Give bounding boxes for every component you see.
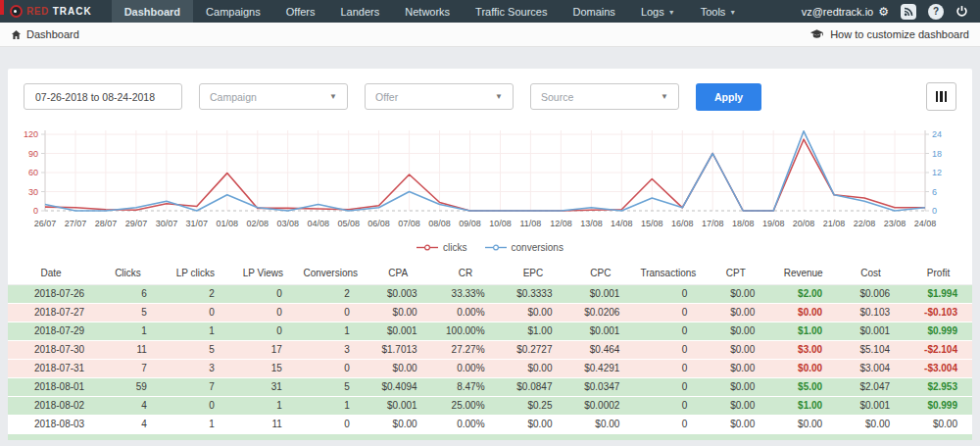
cell-epc: $0.00: [500, 303, 567, 322]
power-icon[interactable]: [956, 5, 968, 18]
svg-text:14/08: 14/08: [611, 219, 633, 228]
cell-cost: $0.103: [837, 303, 905, 322]
nav-item-offers[interactable]: Offers: [273, 0, 328, 23]
breadcrumb-bar: Dashboard How to customize dashboard: [0, 23, 980, 47]
help-icon[interactable]: ?: [928, 4, 944, 20]
campaign-select[interactable]: Campaign ▼: [199, 83, 348, 110]
svg-text:90: 90: [28, 149, 38, 159]
chevron-down-icon: ▼: [668, 9, 675, 16]
navbar-right: vz@redtrack.io ⚙ ?: [802, 4, 980, 20]
svg-text:30: 30: [28, 187, 38, 197]
cell-profit: $0.00: [905, 415, 972, 433]
cell-epc: $0.2727: [500, 340, 567, 359]
cell-conversions: 0: [297, 303, 365, 322]
nav-item-tools[interactable]: Tools▼: [688, 0, 750, 23]
cell-epc: $0.00: [500, 415, 567, 433]
cell-revenue: $5.00: [769, 377, 837, 396]
offer-select-placeholder: Offer: [375, 91, 398, 103]
cell-cr: 0.00%: [432, 415, 500, 433]
brand-logo[interactable]: REDTRACK: [0, 5, 112, 18]
chevron-down-icon: ▼: [729, 9, 736, 16]
column-header-cpt[interactable]: CPT: [702, 262, 769, 284]
cell-cpc: $0.4291: [566, 359, 634, 377]
column-header-conversions[interactable]: Conversions: [297, 262, 365, 284]
power-glyph-icon: [956, 5, 968, 18]
cell-cr: 25.00%: [432, 396, 500, 415]
cell-cr: 0.00%: [432, 359, 500, 377]
cell-cr: 27.27%: [432, 340, 500, 359]
svg-text:23/08: 23/08: [884, 219, 906, 228]
column-header-lp-views[interactable]: LP Views: [229, 262, 297, 284]
svg-text:16/08: 16/08: [671, 219, 694, 228]
cell-revenue: $0.00: [769, 415, 837, 433]
svg-text:18/08: 18/08: [732, 219, 755, 228]
apply-button[interactable]: Apply: [696, 83, 761, 111]
svg-text:29/07: 29/07: [125, 219, 148, 228]
column-header-date[interactable]: Date: [8, 262, 94, 284]
columns-toggle-button[interactable]: [926, 82, 956, 111]
column-header-lp-clicks[interactable]: LP clicks: [162, 262, 229, 284]
table-row: 2018-08-024011$0.00125.00%$0.25$0.00020$…: [8, 396, 972, 415]
column-header-revenue[interactable]: Revenue: [769, 262, 837, 284]
column-header-profit[interactable]: Profit: [905, 262, 972, 284]
nav-item-campaigns[interactable]: Campaigns: [193, 0, 273, 23]
svg-text:17/08: 17/08: [702, 219, 724, 228]
cell-date: 2018-07-30: [8, 340, 94, 359]
nav-item-networks[interactable]: Networks: [392, 0, 463, 23]
cell-lp-clicks: 1: [162, 415, 229, 433]
column-header-cpa[interactable]: CPA: [365, 262, 432, 284]
cell-revenue: $1.00: [769, 396, 837, 415]
offer-select[interactable]: Offer ▼: [365, 83, 514, 110]
cell-profit: $2.953: [905, 377, 972, 396]
nav-item-logs[interactable]: Logs▼: [628, 0, 688, 23]
cell-clicks: 4: [94, 396, 162, 415]
cell-cost: $2.047: [837, 377, 905, 396]
svg-text:31/07: 31/07: [186, 219, 209, 228]
column-header-transactions[interactable]: Transactions: [634, 262, 702, 284]
breadcrumb-label: Dashboard: [26, 28, 79, 40]
nav-item-dashboard[interactable]: Dashboard: [112, 0, 193, 23]
account-menu[interactable]: vz@redtrack.io ⚙: [802, 6, 889, 18]
cell-cpt: $0.00: [702, 377, 769, 396]
nav-item-traffic-sources[interactable]: Traffic Sources: [463, 0, 560, 23]
svg-text:04/08: 04/08: [307, 219, 329, 228]
customize-help-link[interactable]: How to customize dashboard: [809, 28, 969, 40]
column-header-cr[interactable]: CR: [432, 262, 500, 284]
cell-cpa: $0.001: [365, 322, 432, 340]
brand-text-red: RED: [26, 6, 49, 17]
breadcrumb[interactable]: Dashboard: [11, 28, 79, 40]
gear-icon[interactable]: ⚙: [878, 6, 889, 18]
svg-text:24/08: 24/08: [914, 219, 937, 228]
column-header-epc[interactable]: EPC: [500, 262, 567, 284]
cell-cr: 0.00%: [432, 303, 500, 322]
cell-cpt: $0.00: [702, 359, 769, 377]
svg-text:07/08: 07/08: [398, 219, 420, 228]
cell-transactions: 0: [634, 322, 702, 340]
nav-item-domains[interactable]: Domains: [560, 0, 627, 23]
customize-help-label: How to customize dashboard: [830, 28, 969, 40]
svg-text:12: 12: [932, 168, 942, 177]
svg-text:06/08: 06/08: [368, 219, 390, 228]
cell-profit: $0.999: [905, 322, 972, 340]
cell-cost: $0.001: [837, 322, 905, 340]
column-header-cost[interactable]: Cost: [837, 262, 905, 284]
cell-revenue: $0.00: [769, 303, 837, 322]
chart-legend: clicksconversions: [8, 242, 972, 262]
cell-transactions: 0: [634, 284, 702, 303]
cell-cost: $3.004: [837, 359, 905, 377]
filter-bar: Campaign ▼ Offer ▼ Source ▼ Apply: [8, 69, 972, 123]
legend-item-conversions[interactable]: conversions: [485, 242, 564, 253]
date-range-input[interactable]: [24, 83, 182, 110]
nav-item-landers[interactable]: Landers: [328, 0, 393, 23]
svg-text:10/08: 10/08: [489, 219, 512, 228]
rss-icon[interactable]: [901, 4, 916, 20]
column-header-cpc[interactable]: CPC: [566, 262, 634, 284]
legend-item-clicks[interactable]: clicks: [416, 242, 466, 253]
table-row: 2018-07-3173150$0.000.00%$0.00$0.42910$0…: [8, 359, 972, 377]
svg-text:0: 0: [932, 206, 937, 216]
svg-text:03/08: 03/08: [276, 219, 299, 228]
column-header-clicks[interactable]: Clicks: [94, 262, 162, 284]
cell-conversions: 2: [297, 284, 365, 303]
source-select[interactable]: Source ▼: [530, 83, 679, 110]
cell-profit: -$0.103: [905, 303, 972, 322]
